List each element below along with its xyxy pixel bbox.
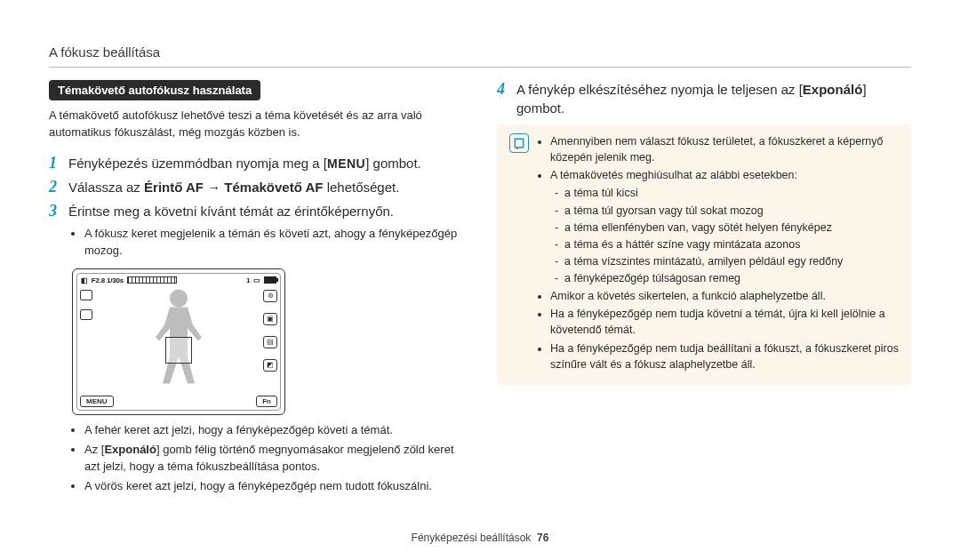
metering-icon: ◩ <box>263 359 277 372</box>
battery-icon <box>264 276 276 284</box>
mode-icon: ◧ <box>81 276 88 284</box>
page-footer: Fényképezési beállítások 76 <box>0 532 960 544</box>
ev-scale-icon <box>127 276 177 284</box>
intro-text: A témakövető autofókusz lehetővé teszi a… <box>49 108 463 141</box>
iso-icon: ▣ <box>263 313 277 325</box>
section-heading: Témakövető autofókusz használata <box>49 80 260 100</box>
step-1-text: Fényképezés üzemmódban nyomja meg a [MEN… <box>68 154 421 173</box>
info-subitem: a téma túl gyorsan vagy túl sokat mozog <box>564 203 899 219</box>
page-title: A fókusz beállítása <box>49 44 911 60</box>
lcd-fn-button: Fn <box>256 396 277 407</box>
note-green-frame: Az [Exponáló] gomb félig történő megnyom… <box>84 442 463 476</box>
step-number-1: 1 <box>49 154 61 172</box>
exposure-value: F2.8 1/30s <box>92 276 124 284</box>
info-item: Ha a fényképezőgép nem tudja beállítani … <box>550 340 899 372</box>
step-number-4: 4 <box>497 80 509 99</box>
info-subitem: a téma vízszintes mintázatú, amilyen pél… <box>564 253 899 269</box>
step-number-2: 2 <box>49 178 61 196</box>
focus-mode-icon <box>80 309 92 320</box>
step-2-text: Válassza az Érintő AF → Témakövető AF le… <box>68 178 399 196</box>
step-number-3: 3 <box>49 202 61 220</box>
menu-icon: MENU <box>327 156 365 173</box>
note-red-frame: A vörös keret azt jelzi, hogy a fényképe… <box>84 478 463 495</box>
step-3-text: Érintse meg a követni kívánt témát az ér… <box>68 202 394 220</box>
note-white-frame: A fehér keret azt jelzi, hogy a fényképe… <box>84 422 463 439</box>
info-item: A témakövetés meghiúsulhat az alábbi ese… <box>550 167 899 286</box>
info-subitem: a téma túl kicsi <box>564 185 899 201</box>
step-3-sub: A fókusz keret megjelenik a témán és köv… <box>84 226 463 260</box>
info-subitem: a téma és a háttér színe vagy mintázata … <box>564 236 899 252</box>
svg-point-0 <box>170 290 188 308</box>
step-4-text: A fénykép elkészítéséhez nyomja le telje… <box>516 80 911 117</box>
wb-icon: ⊛ <box>263 290 277 302</box>
lcd-menu-button: MENU <box>80 396 114 407</box>
info-subitem: a téma ellenfényben van, vagy sötét hely… <box>564 220 899 236</box>
info-subitem: a fényképezőgép túlságosan remeg <box>564 270 899 286</box>
info-note-box: Amennyiben nem választ fókusz területet,… <box>497 124 911 385</box>
info-item: Amikor a követés sikertelen, a funkció a… <box>550 288 899 304</box>
drive-icon: ▤ <box>263 336 277 348</box>
card-icon: ▭ <box>253 276 260 284</box>
camera-lcd-illustration: ◧ F2.8 1/30s 1 ▭ <box>72 268 285 415</box>
info-icon <box>509 133 529 153</box>
info-item: Ha a fényképezőgép nem tudja követni a t… <box>550 306 899 338</box>
focus-frame-icon <box>165 337 192 364</box>
shots-remaining: 1 <box>246 276 250 284</box>
divider <box>49 67 911 68</box>
flash-icon <box>80 290 92 300</box>
info-item: Amennyiben nem választ fókusz területet,… <box>550 133 899 165</box>
